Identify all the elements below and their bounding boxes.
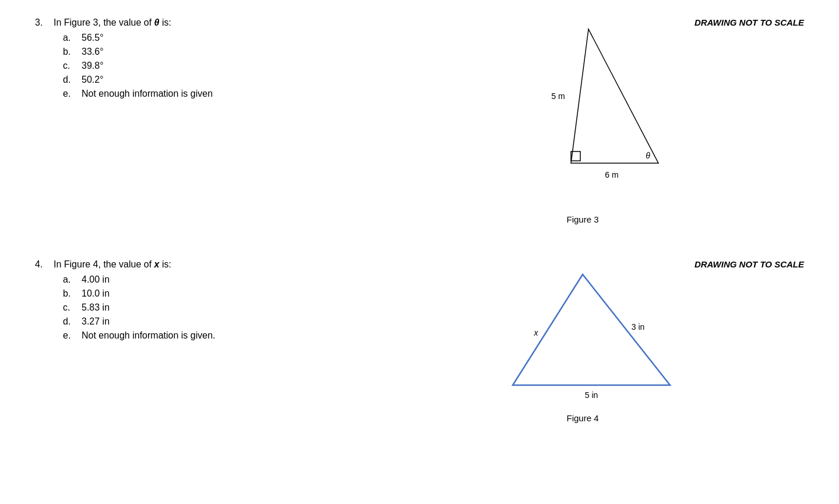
figure-4-label-3in: 3 in [632, 322, 645, 332]
question-4-choice-a-letter: a. [63, 274, 82, 285]
question-4-choices: a. 4.00 in b. 10.0 in c. 5.83 in d. 3.27… [63, 274, 361, 341]
question-4-choice-d-text: 3.27 in [82, 316, 110, 327]
question-3-choice-c-letter: c. [63, 61, 82, 71]
question-3-left: 3. In Figure 3, the value of θ is: a. 56… [35, 17, 361, 224]
question-3-choice-e-letter: e. [63, 89, 82, 99]
svg-marker-0 [571, 29, 658, 163]
question-3-choice-c: c. 39.8° [63, 61, 361, 71]
question-3-choice-d: d. 50.2° [63, 75, 361, 85]
question-4-text-before: In Figure 4, the value of [54, 259, 154, 269]
question-3-choice-a: a. 56.5° [63, 33, 361, 43]
question-3-choice-a-letter: a. [63, 33, 82, 43]
question-3-choice-b-text: 33.6° [82, 47, 104, 57]
question-4-drawing-label: DRAWING NOT TO SCALE [695, 259, 804, 269]
question-3-choice-a-text: 56.5° [82, 33, 104, 43]
question-4-text: In Figure 4, the value of x is: [54, 259, 171, 270]
question-4-left: 4. In Figure 4, the value of x is: a. 4.… [35, 259, 361, 423]
figure-3-svg: 5 m 6 m θ [495, 23, 670, 210]
question-3-choices: a. 56.5° b. 33.6° c. 39.8° d. 50.2° e. [63, 33, 361, 99]
question-4-choice-c-text: 5.83 in [82, 302, 110, 313]
question-4-text-after: is: [159, 259, 171, 269]
figure-4-label-x: x [534, 328, 539, 337]
question-3-text: In Figure 3, the value of θ is: [54, 17, 171, 28]
question-3-text-after: is: [159, 17, 171, 27]
question-4-choice-e-letter: e. [63, 330, 82, 341]
question-4-choice-c: c. 5.83 in [63, 302, 361, 313]
question-4-choice-c-letter: c. [63, 302, 82, 313]
question-4-choice-d: d. 3.27 in [63, 316, 361, 327]
question-3-choice-d-letter: d. [63, 75, 82, 85]
question-3-row: 3. In Figure 3, the value of θ is: [35, 17, 361, 28]
question-3-drawing-label: DRAWING NOT TO SCALE [695, 17, 804, 27]
question-4-right: DRAWING NOT TO SCALE x 3 in 5 in Figure … [361, 259, 804, 423]
figure-4-label-5in: 5 in [585, 390, 598, 400]
question-4-choice-e: e. Not enough information is given. [63, 330, 361, 341]
question-4-choice-e-text: Not enough information is given. [82, 330, 215, 341]
question-4-choice-b-text: 10.0 in [82, 288, 110, 299]
question-4-row: 4. In Figure 4, the value of x is: [35, 259, 361, 270]
question-3-choice-d-text: 50.2° [82, 75, 104, 85]
question-4-block: 4. In Figure 4, the value of x is: a. 4.… [35, 259, 804, 423]
question-4-choice-b-letter: b. [63, 288, 82, 299]
question-3-choice-b-letter: b. [63, 47, 82, 57]
question-3-choice-b: b. 33.6° [63, 47, 361, 57]
question-4-choice-d-letter: d. [63, 316, 82, 327]
figure-4-label: Figure 4 [566, 413, 598, 423]
page: 3. In Figure 3, the value of θ is: a. 56… [0, 0, 839, 504]
question-3-number: 3. [35, 17, 49, 28]
figure-3-theta-label: θ [646, 151, 650, 160]
question-4-choice-b: b. 10.0 in [63, 288, 361, 299]
question-3-choice-e: e. Not enough information is given [63, 89, 361, 99]
figure-3-label-6m: 6 m [605, 170, 618, 179]
question-4-choice-a: a. 4.00 in [63, 274, 361, 285]
question-3-choice-c-text: 39.8° [82, 61, 104, 71]
question-3-right: DRAWING NOT TO SCALE 5 m 6 m θ Figure 3 [361, 17, 804, 224]
question-3-block: 3. In Figure 3, the value of θ is: a. 56… [35, 17, 804, 224]
figure-4-svg: x 3 in 5 in [460, 269, 705, 408]
figure-3-label-5m: 5 m [551, 91, 565, 101]
figure-3-label: Figure 3 [566, 214, 598, 224]
question-4-number: 4. [35, 259, 49, 270]
question-3-choice-e-text: Not enough information is given [82, 89, 213, 99]
question-3-text-before: In Figure 3, the value of [54, 17, 154, 27]
question-4-choice-a-text: 4.00 in [82, 274, 110, 285]
